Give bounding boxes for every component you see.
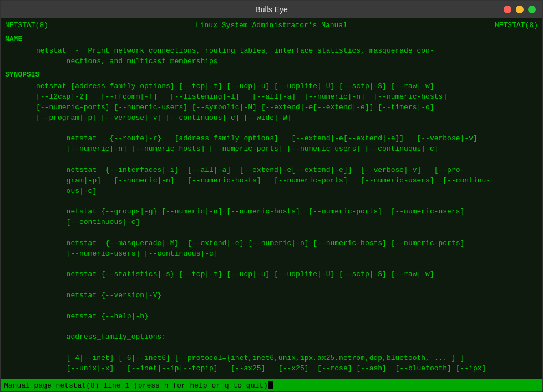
terminal-body: NETSTAT(8) Linux System Administrator's … <box>1 18 542 379</box>
window-title: Bulls Eye <box>255 5 287 14</box>
maximize-button[interactable] <box>528 6 536 13</box>
window-controls <box>504 6 536 13</box>
terminal-window: Bulls Eye NETSTAT(8) Linux System Admini… <box>0 0 543 392</box>
title-bar: Bulls Eye <box>1 1 542 18</box>
status-text: Manual page netstat(8) line 1 (press h f… <box>4 381 268 390</box>
status-bar: Manual page netstat(8) line 1 (press h f… <box>1 379 542 391</box>
name-content: netstat - Print network connections, rou… <box>36 46 538 67</box>
man-page-header: NETSTAT(8) Linux System Administrator's … <box>5 21 538 31</box>
synopsis-content: netstat [address_family_options] [--tcp|… <box>36 82 538 374</box>
terminal-content: NETSTAT(8) Linux System Administrator's … <box>1 18 542 376</box>
header-left: NETSTAT(8) <box>5 21 48 31</box>
cursor <box>268 381 273 389</box>
minimize-button[interactable] <box>516 6 524 13</box>
name-section: NAME netstat - Print network connections… <box>5 34 538 67</box>
header-right: NETSTAT(8) <box>495 21 538 31</box>
name-heading: NAME <box>5 34 538 45</box>
synopsis-heading: SYNOPSIS <box>5 70 538 80</box>
close-button[interactable] <box>504 6 511 13</box>
header-center: Linux System Administrator's Manual <box>196 21 347 31</box>
synopsis-section: SYNOPSIS netstat [address_family_options… <box>5 70 538 374</box>
